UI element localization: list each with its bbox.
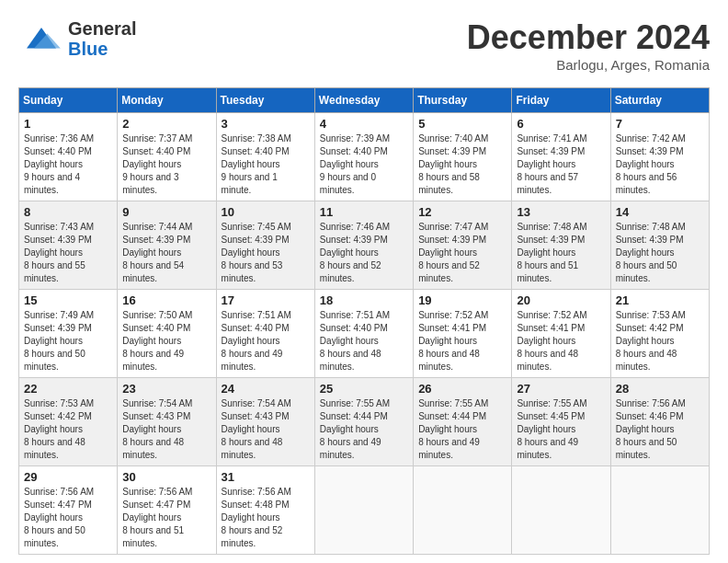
calendar-cell: 15 Sunrise: 7:49 AM Sunset: 4:39 PM Dayl… [19, 290, 118, 378]
daylight-label: Daylight hours [418, 336, 477, 346]
day-info: Sunrise: 7:50 AM Sunset: 4:40 PM Dayligh… [122, 309, 210, 373]
daylight-label: Daylight hours [616, 247, 675, 258]
day-number: 19 [418, 293, 506, 307]
calendar-cell: 8 Sunrise: 7:43 AM Sunset: 4:39 PM Dayli… [19, 201, 118, 290]
day-number: 30 [122, 470, 210, 484]
day-number: 6 [517, 117, 605, 131]
calendar-cell: 28 Sunrise: 7:56 AM Sunset: 4:46 PM Dayl… [610, 378, 709, 466]
daylight-value: 9 hours and 4 minutes. [24, 172, 80, 195]
day-number: 24 [222, 382, 310, 396]
sunset-label: Sunset: 4:40 PM [320, 146, 388, 156]
daylight-value: 8 hours and 48 minutes. [320, 349, 381, 372]
daylight-value: 8 hours and 52 minutes. [320, 260, 381, 283]
daylight-value: 8 hours and 48 minutes. [517, 349, 578, 372]
sunrise-label: Sunrise: 7:56 AM [24, 487, 94, 497]
daylight-value: 8 hours and 55 minutes. [24, 260, 85, 283]
day-number: 16 [122, 293, 210, 307]
daylight-label: Daylight hours [517, 424, 575, 434]
calendar-cell: 20 Sunrise: 7:52 AM Sunset: 4:41 PM Dayl… [512, 290, 610, 378]
title-block: December 2024 Barlogu, Arges, Romania [467, 18, 710, 73]
calendar-cell: 5 Sunrise: 7:40 AM Sunset: 4:39 PM Dayli… [414, 113, 512, 201]
day-number: 20 [517, 293, 605, 307]
sunset-label: Sunset: 4:39 PM [222, 235, 290, 245]
calendar-week-row: 15 Sunrise: 7:49 AM Sunset: 4:39 PM Dayl… [19, 290, 710, 378]
sunrise-label: Sunrise: 7:55 AM [320, 398, 390, 408]
day-number: 18 [320, 293, 408, 307]
daylight-label: Daylight hours [517, 159, 575, 169]
daylight-label: Daylight hours [418, 424, 477, 434]
day-info: Sunrise: 7:55 AM Sunset: 4:44 PM Dayligh… [418, 397, 506, 462]
daylight-label: Daylight hours [222, 512, 280, 523]
calendar-cell [512, 466, 610, 555]
calendar-cell: 19 Sunrise: 7:52 AM Sunset: 4:41 PM Dayl… [414, 290, 512, 378]
day-info: Sunrise: 7:46 AM Sunset: 4:39 PM Dayligh… [320, 221, 408, 285]
sunset-label: Sunset: 4:47 PM [122, 500, 190, 510]
calendar-cell [314, 466, 413, 555]
daylight-value: 8 hours and 53 minutes. [222, 260, 283, 283]
day-info: Sunrise: 7:51 AM Sunset: 4:40 PM Dayligh… [320, 309, 408, 373]
sunrise-label: Sunrise: 7:56 AM [122, 487, 192, 497]
daylight-value: 8 hours and 49 minutes. [418, 437, 480, 460]
sunset-label: Sunset: 4:40 PM [122, 323, 190, 333]
logo-text: General Blue [68, 18, 136, 59]
day-info: Sunrise: 7:47 AM Sunset: 4:39 PM Dayligh… [418, 221, 506, 285]
sunset-label: Sunset: 4:41 PM [517, 323, 585, 333]
calendar-week-row: 8 Sunrise: 7:43 AM Sunset: 4:39 PM Dayli… [19, 201, 710, 290]
day-info: Sunrise: 7:52 AM Sunset: 4:41 PM Dayligh… [418, 309, 506, 373]
sunset-label: Sunset: 4:39 PM [24, 235, 92, 245]
column-header-sunday: Sunday [19, 88, 118, 113]
sunset-label: Sunset: 4:39 PM [418, 235, 486, 245]
day-info: Sunrise: 7:40 AM Sunset: 4:39 PM Dayligh… [418, 132, 506, 197]
day-info: Sunrise: 7:53 AM Sunset: 4:42 PM Dayligh… [616, 309, 704, 373]
day-info: Sunrise: 7:54 AM Sunset: 4:43 PM Dayligh… [122, 397, 210, 462]
daylight-label: Daylight hours [24, 336, 83, 346]
calendar-week-row: 29 Sunrise: 7:56 AM Sunset: 4:47 PM Dayl… [19, 466, 710, 555]
daylight-value: 8 hours and 57 minutes. [517, 172, 578, 195]
day-number: 4 [320, 117, 408, 131]
sunrise-label: Sunrise: 7:55 AM [517, 398, 586, 408]
calendar-week-row: 22 Sunrise: 7:53 AM Sunset: 4:42 PM Dayl… [19, 378, 710, 466]
calendar-cell: 4 Sunrise: 7:39 AM Sunset: 4:40 PM Dayli… [314, 113, 413, 201]
daylight-value: 8 hours and 50 minutes. [24, 349, 85, 372]
sunset-label: Sunset: 4:39 PM [418, 146, 486, 156]
month-title: December 2024 [467, 18, 710, 57]
day-info: Sunrise: 7:55 AM Sunset: 4:45 PM Dayligh… [517, 397, 605, 462]
sunset-label: Sunset: 4:41 PM [418, 323, 486, 333]
calendar-cell: 6 Sunrise: 7:41 AM Sunset: 4:39 PM Dayli… [512, 113, 610, 201]
calendar-cell: 2 Sunrise: 7:37 AM Sunset: 4:40 PM Dayli… [118, 113, 216, 201]
sunset-label: Sunset: 4:42 PM [616, 323, 684, 333]
day-number: 15 [24, 293, 112, 307]
day-info: Sunrise: 7:37 AM Sunset: 4:40 PM Dayligh… [122, 132, 210, 197]
day-info: Sunrise: 7:39 AM Sunset: 4:40 PM Dayligh… [320, 132, 408, 197]
day-info: Sunrise: 7:45 AM Sunset: 4:39 PM Dayligh… [222, 221, 310, 285]
daylight-label: Daylight hours [122, 336, 181, 346]
day-info: Sunrise: 7:51 AM Sunset: 4:40 PM Dayligh… [222, 309, 310, 373]
day-info: Sunrise: 7:56 AM Sunset: 4:46 PM Dayligh… [616, 397, 704, 462]
day-number: 3 [222, 117, 310, 131]
daylight-value: 8 hours and 54 minutes. [122, 260, 184, 283]
sunrise-label: Sunrise: 7:54 AM [122, 398, 192, 408]
daylight-label: Daylight hours [122, 247, 181, 258]
daylight-label: Daylight hours [418, 247, 477, 258]
calendar-cell: 23 Sunrise: 7:54 AM Sunset: 4:43 PM Dayl… [118, 378, 216, 466]
calendar-cell: 1 Sunrise: 7:36 AM Sunset: 4:40 PM Dayli… [19, 113, 118, 201]
sunrise-label: Sunrise: 7:48 AM [616, 222, 686, 232]
sunset-label: Sunset: 4:39 PM [616, 146, 684, 156]
day-info: Sunrise: 7:36 AM Sunset: 4:40 PM Dayligh… [24, 132, 112, 197]
sunset-label: Sunset: 4:40 PM [24, 146, 92, 156]
daylight-value: 8 hours and 48 minutes. [616, 349, 677, 372]
sunrise-label: Sunrise: 7:54 AM [222, 398, 291, 408]
sunrise-label: Sunrise: 7:42 AM [616, 133, 686, 144]
column-header-wednesday: Wednesday [314, 88, 413, 113]
day-number: 13 [517, 205, 605, 219]
day-info: Sunrise: 7:43 AM Sunset: 4:39 PM Dayligh… [24, 221, 112, 285]
sunrise-label: Sunrise: 7:52 AM [418, 310, 488, 320]
sunset-label: Sunset: 4:40 PM [222, 146, 290, 156]
sunset-label: Sunset: 4:44 PM [320, 411, 388, 421]
daylight-value: 8 hours and 52 minutes. [418, 260, 480, 283]
sunset-label: Sunset: 4:42 PM [24, 411, 92, 421]
calendar-cell: 14 Sunrise: 7:48 AM Sunset: 4:39 PM Dayl… [610, 201, 709, 290]
sunrise-label: Sunrise: 7:36 AM [24, 133, 94, 144]
sunset-label: Sunset: 4:44 PM [418, 411, 486, 421]
daylight-value: 8 hours and 52 minutes. [222, 525, 283, 548]
